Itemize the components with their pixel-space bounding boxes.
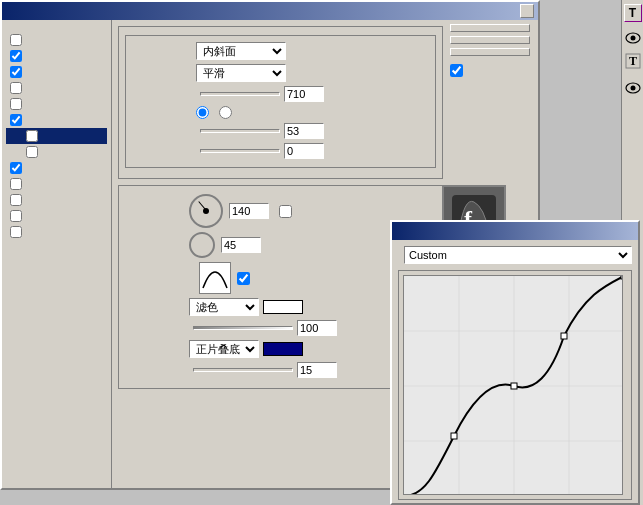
title-bar [2,2,538,20]
preview-label[interactable] [450,64,530,77]
direction-down-label[interactable] [219,106,234,119]
opacity1-slider[interactable] [193,326,293,330]
curve-svg [404,276,623,495]
opacity1-input[interactable] [297,320,337,336]
innershadow-checkbox[interactable] [10,66,22,78]
altitude-wheel[interactable] [189,232,215,258]
new-style-button[interactable] [450,48,530,56]
highlight-mode-select[interactable]: 滤色 [189,298,259,316]
contour-svg [201,264,229,292]
soften-input[interactable] [284,143,324,159]
left-panel [2,20,112,488]
shadow-mode-select[interactable]: 正片叠底 [189,340,259,358]
antialias-checkbox[interactable] [237,272,250,285]
soften-slider[interactable] [200,149,280,153]
depth-slider[interactable] [200,92,280,96]
ok-button[interactable] [450,24,530,32]
sidebar-item-blend[interactable] [6,32,107,48]
sidebar-item-dropshadow[interactable] [6,48,107,64]
stroke-checkbox[interactable] [10,226,22,238]
gradientoverlay-checkbox[interactable] [10,194,22,206]
texture-checkbox[interactable] [26,146,38,158]
direction-up-radio[interactable] [196,106,209,119]
contour-editor-title [392,222,638,240]
angle-input[interactable] [229,203,269,219]
dropshadow-checkbox[interactable] [10,50,22,62]
sidebar-item-patternoverlay[interactable] [6,208,107,224]
svg-rect-10 [451,433,457,439]
method-row: 平滑 [132,64,429,82]
soften-row [132,143,429,159]
styles-title [6,24,107,28]
mapping-group [398,270,632,500]
depth-input[interactable] [284,86,324,102]
method-select[interactable]: 平滑 [196,64,286,82]
size-row [132,123,429,139]
eye-icon-2 [625,82,641,97]
svg-rect-0 [201,264,229,292]
preset-select[interactable]: Custom [404,246,632,264]
sidebar-item-innershadow[interactable] [6,64,107,80]
curve-canvas[interactable] [403,275,623,495]
outerglow-checkbox[interactable] [10,82,22,94]
highlight-color-swatch[interactable] [263,300,303,314]
svg-text:T: T [629,54,637,68]
sidebar-item-innerglow[interactable] [6,96,107,112]
cancel-button[interactable] [450,36,530,44]
direction-down-radio[interactable] [219,106,232,119]
svg-rect-13 [621,276,623,279]
button-column: f [450,24,530,149]
svg-rect-12 [561,333,567,339]
angle-wheel[interactable] [189,194,223,228]
direction-up-label[interactable] [196,106,211,119]
direction-group [196,106,234,119]
preset-row: Custom [398,246,632,264]
sidebar-item-contour[interactable] [6,128,107,144]
size-input[interactable] [284,123,324,139]
eye-icon-1 [625,32,641,47]
sidebar-item-outerglow[interactable] [6,80,107,96]
shadow-color-swatch[interactable] [263,342,303,356]
sidebar-item-texture[interactable] [6,144,107,160]
sidebar-item-gradientoverlay[interactable] [6,192,107,208]
depth-row [132,86,429,102]
contour-checkbox[interactable] [26,130,38,142]
opacity2-slider[interactable] [193,368,293,372]
tool-t-top[interactable]: T [624,4,642,22]
contour-thumbnail[interactable] [199,262,231,294]
coloroverlay-checkbox[interactable] [10,178,22,190]
blend-checkbox[interactable] [10,34,22,46]
sidebar-item-coloroverlay[interactable] [6,176,107,192]
svg-point-15 [630,36,635,41]
bevel-checkbox[interactable] [10,114,22,126]
contour-editor-body: Custom [392,240,638,505]
sidebar-item-stroke[interactable] [6,224,107,240]
contour-editor-dialog: Custom [390,220,640,505]
preview-checkbox[interactable] [450,64,463,77]
global-light-label[interactable] [279,205,294,218]
innerglow-checkbox[interactable] [10,98,22,110]
opacity2-input[interactable] [297,362,337,378]
altitude-input[interactable] [221,237,261,253]
antialias-label[interactable] [237,272,252,285]
sidebar-item-satin[interactable] [6,160,107,176]
close-button[interactable] [520,4,534,18]
style-select[interactable]: 内斜面 [196,42,286,60]
global-light-checkbox[interactable] [279,205,292,218]
svg-rect-11 [511,383,517,389]
direction-row [132,106,429,119]
sidebar-item-bevel[interactable] [6,112,107,128]
satin-checkbox[interactable] [10,162,22,174]
patternoverlay-checkbox[interactable] [10,210,22,222]
style-row: 内斜面 [132,42,429,60]
tool-t-bottom[interactable]: T [625,53,641,72]
size-slider[interactable] [200,129,280,133]
svg-point-19 [630,86,635,91]
